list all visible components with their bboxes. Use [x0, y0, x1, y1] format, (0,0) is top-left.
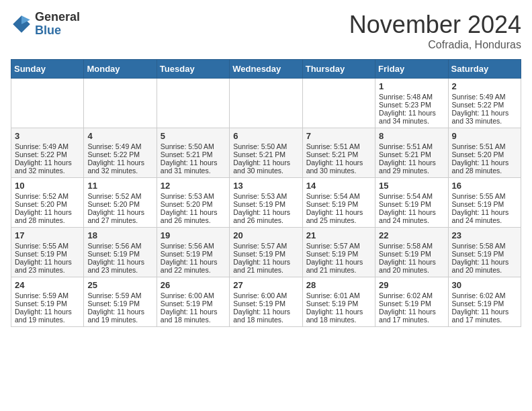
day-number: 4 [87, 131, 152, 141]
logo-blue: Blue [35, 24, 80, 38]
sunset: Sunset: 5:19 PM [87, 250, 140, 258]
sunset: Sunset: 5:22 PM [15, 150, 67, 158]
sunset: Sunset: 5:19 PM [306, 300, 359, 308]
sunset: Sunset: 5:21 PM [306, 150, 359, 158]
sunset: Sunset: 5:19 PM [452, 250, 504, 258]
sunrise: Sunrise: 5:55 AM [452, 192, 506, 200]
logo-text: General Blue [35, 11, 80, 38]
sunset: Sunset: 5:20 PM [15, 200, 67, 208]
calendar-cell: 10 Sunrise: 5:52 AM Sunset: 5:20 PM Dayl… [11, 178, 84, 228]
sunrise: Sunrise: 6:02 AM [379, 291, 433, 300]
calendar-cell: 20 Sunrise: 5:57 AM Sunset: 5:19 PM Dayl… [230, 228, 302, 277]
daylight: Daylight: 11 hours and 18 minutes. [161, 308, 218, 324]
daylight: Daylight: 11 hours and 32 minutes. [15, 158, 72, 175]
calendar-cell: 1 Sunrise: 5:48 AM Sunset: 5:23 PM Dayli… [375, 79, 448, 128]
weekday-header: Saturday [448, 60, 521, 79]
daylight: Daylight: 11 hours and 19 minutes. [87, 308, 144, 324]
calendar-cell: 28 Sunrise: 6:01 AM Sunset: 5:19 PM Dayl… [302, 277, 375, 327]
calendar-cell [302, 79, 375, 128]
sunrise: Sunrise: 5:58 AM [452, 242, 506, 250]
sunrise: Sunrise: 5:50 AM [233, 142, 287, 150]
daylight: Daylight: 11 hours and 28 minutes. [452, 158, 509, 175]
weekday-header: Sunday [11, 60, 84, 79]
daylight: Daylight: 11 hours and 25 minutes. [306, 208, 363, 224]
sunrise: Sunrise: 5:49 AM [452, 93, 506, 101]
sunrise: Sunrise: 5:54 AM [379, 192, 433, 200]
sunset: Sunset: 5:20 PM [161, 200, 213, 208]
sunrise: Sunrise: 5:56 AM [161, 242, 214, 250]
day-number: 17 [15, 230, 80, 240]
daylight: Daylight: 11 hours and 29 minutes. [379, 158, 436, 175]
calendar-cell: 18 Sunrise: 5:56 AM Sunset: 5:19 PM Dayl… [84, 228, 157, 277]
calendar-cell: 6 Sunrise: 5:50 AM Sunset: 5:21 PM Dayli… [230, 128, 302, 178]
day-number: 10 [15, 181, 80, 191]
sunrise: Sunrise: 5:55 AM [15, 242, 69, 250]
weekday-header: Wednesday [230, 60, 302, 79]
sunset: Sunset: 5:22 PM [452, 101, 504, 109]
calendar-cell: 26 Sunrise: 6:00 AM Sunset: 5:19 PM Dayl… [157, 277, 229, 327]
daylight: Daylight: 11 hours and 32 minutes. [87, 158, 144, 175]
sunrise: Sunrise: 6:00 AM [233, 291, 287, 300]
daylight: Daylight: 11 hours and 19 minutes. [15, 308, 72, 324]
title-block: November 2024 Cofradia, Honduras [349, 11, 521, 51]
sunset: Sunset: 5:19 PM [233, 250, 285, 258]
calendar-week-row: 3 Sunrise: 5:49 AM Sunset: 5:22 PM Dayli… [11, 128, 521, 178]
calendar-cell: 21 Sunrise: 5:57 AM Sunset: 5:19 PM Dayl… [302, 228, 375, 277]
calendar-cell: 27 Sunrise: 6:00 AM Sunset: 5:19 PM Dayl… [230, 277, 302, 327]
daylight: Daylight: 11 hours and 22 minutes. [161, 258, 218, 274]
day-number: 3 [15, 131, 80, 141]
weekday-header: Monday [84, 60, 157, 79]
sunrise: Sunrise: 5:49 AM [87, 142, 141, 150]
day-number: 5 [161, 131, 226, 141]
calendar-cell: 15 Sunrise: 5:54 AM Sunset: 5:19 PM Dayl… [375, 178, 448, 228]
sunrise: Sunrise: 5:52 AM [87, 192, 141, 200]
sunrise: Sunrise: 5:51 AM [379, 142, 433, 150]
sunrise: Sunrise: 5:57 AM [306, 242, 360, 250]
sunset: Sunset: 5:19 PM [452, 300, 504, 308]
daylight: Daylight: 11 hours and 23 minutes. [15, 258, 72, 274]
calendar-cell: 11 Sunrise: 5:52 AM Sunset: 5:20 PM Dayl… [84, 178, 157, 228]
day-number: 12 [161, 181, 226, 191]
sunrise: Sunrise: 5:54 AM [306, 192, 360, 200]
sunrise: Sunrise: 5:49 AM [15, 142, 69, 150]
sunset: Sunset: 5:19 PM [379, 250, 431, 258]
calendar-cell: 3 Sunrise: 5:49 AM Sunset: 5:22 PM Dayli… [11, 128, 84, 178]
weekday-header-row: SundayMondayTuesdayWednesdayThursdayFrid… [11, 60, 521, 79]
daylight: Daylight: 11 hours and 17 minutes. [379, 308, 436, 324]
daylight: Daylight: 11 hours and 20 minutes. [452, 258, 509, 274]
daylight: Daylight: 11 hours and 30 minutes. [306, 158, 363, 175]
day-number: 2 [452, 81, 517, 91]
month-title: November 2024 [349, 11, 521, 39]
sunset: Sunset: 5:19 PM [161, 300, 213, 308]
sunrise: Sunrise: 5:48 AM [379, 93, 433, 101]
day-number: 19 [161, 230, 226, 240]
day-number: 11 [87, 181, 152, 191]
logo-icon [11, 13, 32, 35]
sunset: Sunset: 5:19 PM [233, 200, 285, 208]
sunrise: Sunrise: 5:51 AM [306, 142, 360, 150]
sunrise: Sunrise: 5:52 AM [15, 192, 69, 200]
calendar-cell: 25 Sunrise: 5:59 AM Sunset: 5:19 PM Dayl… [84, 277, 157, 327]
calendar-cell: 30 Sunrise: 6:02 AM Sunset: 5:19 PM Dayl… [448, 277, 521, 327]
day-number: 20 [233, 230, 298, 240]
sunset: Sunset: 5:21 PM [379, 150, 431, 158]
sunrise: Sunrise: 5:53 AM [233, 192, 287, 200]
sunset: Sunset: 5:19 PM [161, 250, 213, 258]
day-number: 9 [452, 131, 517, 141]
calendar-cell: 29 Sunrise: 6:02 AM Sunset: 5:19 PM Dayl… [375, 277, 448, 327]
sunset: Sunset: 5:19 PM [87, 300, 140, 308]
calendar-cell: 14 Sunrise: 5:54 AM Sunset: 5:19 PM Dayl… [302, 178, 375, 228]
daylight: Daylight: 11 hours and 28 minutes. [15, 208, 72, 224]
sunset: Sunset: 5:22 PM [87, 150, 140, 158]
day-number: 6 [233, 131, 298, 141]
sunset: Sunset: 5:21 PM [233, 150, 285, 158]
daylight: Daylight: 11 hours and 30 minutes. [233, 158, 290, 175]
calendar-cell: 12 Sunrise: 5:53 AM Sunset: 5:20 PM Dayl… [157, 178, 229, 228]
day-number: 13 [233, 181, 298, 191]
daylight: Daylight: 11 hours and 24 minutes. [379, 208, 436, 224]
calendar-table: SundayMondayTuesdayWednesdayThursdayFrid… [11, 59, 521, 327]
calendar-week-row: 17 Sunrise: 5:55 AM Sunset: 5:19 PM Dayl… [11, 228, 521, 277]
calendar-week-row: 10 Sunrise: 5:52 AM Sunset: 5:20 PM Dayl… [11, 178, 521, 228]
sunset: Sunset: 5:23 PM [379, 101, 431, 109]
calendar-cell: 22 Sunrise: 5:58 AM Sunset: 5:19 PM Dayl… [375, 228, 448, 277]
